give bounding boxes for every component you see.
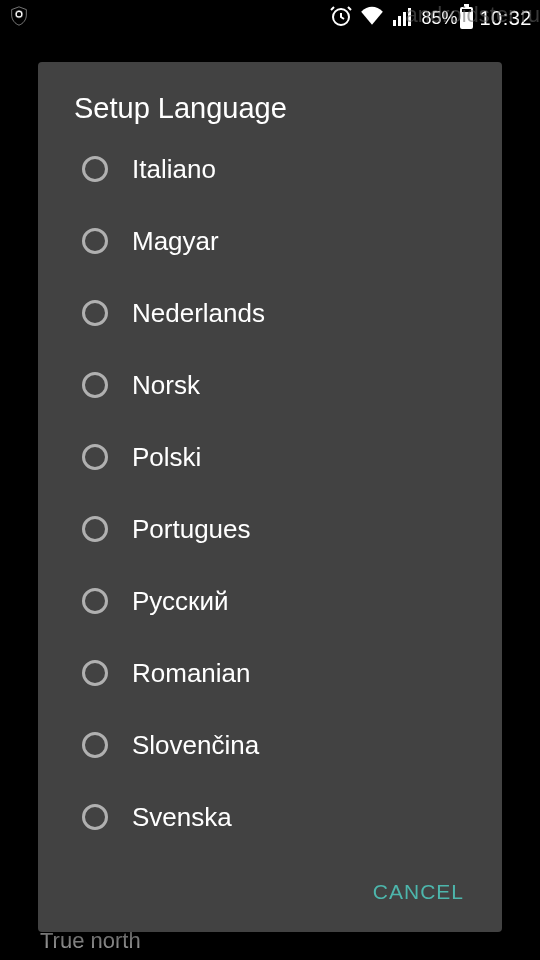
svg-rect-3	[398, 16, 401, 26]
svg-point-0	[16, 11, 22, 17]
wifi-icon	[359, 3, 385, 34]
radio-icon	[82, 228, 108, 254]
option-label: Polski	[132, 442, 201, 473]
cancel-button[interactable]: CANCEL	[359, 870, 478, 914]
option-svenska[interactable]: Svenska	[38, 781, 502, 853]
radio-icon	[82, 660, 108, 686]
option-label: Norsk	[132, 370, 200, 401]
clock: 10:32	[479, 7, 532, 30]
radio-icon	[82, 300, 108, 326]
signal-icon	[391, 4, 415, 33]
option-romanian[interactable]: Romanian	[38, 637, 502, 709]
alarm-icon	[329, 4, 353, 33]
option-label: Slovenčina	[132, 730, 259, 761]
language-dialog: Setup Language Italiano Magyar Nederland…	[38, 62, 502, 932]
dialog-actions: CANCEL	[38, 858, 502, 932]
option-label: Romanian	[132, 658, 251, 689]
radio-icon	[82, 372, 108, 398]
status-bar: 85% 10:32	[0, 0, 540, 36]
option-label: Magyar	[132, 226, 219, 257]
option-polski[interactable]: Polski	[38, 421, 502, 493]
shield-icon	[8, 5, 30, 32]
svg-rect-2	[393, 20, 396, 26]
radio-icon	[82, 588, 108, 614]
option-italiano[interactable]: Italiano	[38, 133, 502, 205]
status-left	[8, 5, 30, 32]
option-portugues[interactable]: Portugues	[38, 493, 502, 565]
option-label: Portugues	[132, 514, 251, 545]
option-norsk[interactable]: Norsk	[38, 349, 502, 421]
radio-icon	[82, 444, 108, 470]
option-magyar[interactable]: Magyar	[38, 205, 502, 277]
option-russian[interactable]: Русский	[38, 565, 502, 637]
radio-icon	[82, 732, 108, 758]
battery-icon	[460, 7, 473, 29]
dialog-title: Setup Language	[38, 62, 502, 133]
radio-icon	[82, 156, 108, 182]
option-label: Nederlands	[132, 298, 265, 329]
svg-rect-5	[408, 8, 411, 26]
option-label: Svenska	[132, 802, 232, 833]
option-label: Русский	[132, 586, 228, 617]
language-options: Italiano Magyar Nederlands Norsk Polski …	[38, 133, 502, 858]
option-label: Italiano	[132, 154, 216, 185]
radio-icon	[82, 516, 108, 542]
svg-rect-4	[403, 12, 406, 26]
option-slovencina[interactable]: Slovenčina	[38, 709, 502, 781]
option-nederlands[interactable]: Nederlands	[38, 277, 502, 349]
battery-percent: 85%	[421, 8, 457, 29]
battery-indicator: 85%	[421, 7, 473, 29]
status-right: 85% 10:32	[329, 3, 532, 34]
radio-icon	[82, 804, 108, 830]
